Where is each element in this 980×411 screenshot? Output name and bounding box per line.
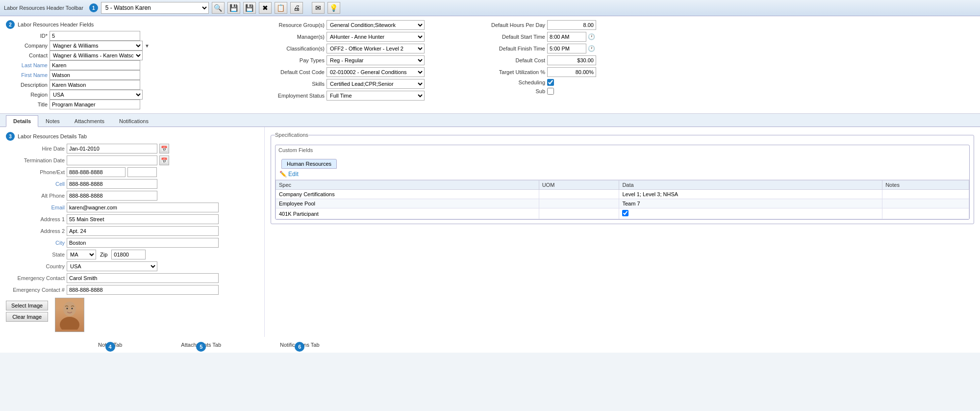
email-label: Email [6,205,65,210]
delete-button[interactable]: ✖ [259,2,272,14]
spec-cell: Employee Pool [276,199,539,208]
notes-cell [882,208,969,219]
target-util-input[interactable] [547,67,596,77]
save2-button[interactable]: 💾 [243,2,256,14]
select-image-button[interactable]: Select Image [6,301,48,310]
bottom-annotations: 4 Notes Tab 5 Attachments Tab 6 Notifica… [0,337,980,353]
classifications-select[interactable]: OFF2 - Office Worker - Level 2 [327,44,425,53]
emergency-contact-input[interactable] [67,273,219,283]
default-hours-label: Default Hours Per Day [477,22,545,28]
scheduling-label: Scheduling [477,79,545,85]
edit-button[interactable]: ✏️ Edit [279,171,299,178]
notes-cell [882,190,969,199]
scheduling-checkbox[interactable] [547,79,554,86]
details-right-panel: Specifications Custom Fields Human Resou… [265,127,980,337]
email-button[interactable]: ✉ [312,2,325,14]
hire-date-input[interactable] [67,144,157,154]
resource-group-select[interactable]: General Condition;Sitework [327,20,425,30]
copy-button[interactable]: 📋 [275,2,287,14]
record-selector[interactable]: 5 - Watson Karen [101,2,209,14]
data-cell: Level 1; Level 3; NHSA [619,190,882,199]
notes-tab-annotation: 4 Notes Tab [98,342,122,348]
state-select[interactable]: MA [67,250,96,259]
human-resources-tab[interactable]: Human Resources [281,159,337,169]
notes-col-header: Notes [882,180,969,190]
tab-notifications[interactable]: Notifications [112,115,156,127]
uom-cell [539,208,619,219]
email-input[interactable] [67,203,219,212]
attachments-tab-badge: 5 [196,342,206,352]
employment-status-select[interactable]: Full Time [327,91,425,101]
labor-resources-header-fields: 2 Labor Resources Header Fields ID* Comp… [0,16,980,114]
edit-row: ✏️ Edit [276,169,969,180]
attachments-tab-annotation: 5 Attachments Tab [181,342,221,348]
emergency-contact-num-label: Emergency Contact # [6,287,65,293]
labor-resources-header-toolbar: Labor Resources Header Toolbar 1 5 - Wat… [0,0,980,16]
managers-label: Manager(s) [261,34,325,40]
default-finish-input[interactable] [547,44,586,53]
finish-time-clock-icon[interactable]: 🕐 [587,45,595,52]
default-cost-input[interactable] [547,55,596,65]
tab-notes[interactable]: Notes [38,115,67,127]
first-name-input[interactable] [50,70,140,80]
country-select[interactable]: USA [67,261,157,271]
alt-phone-input[interactable] [67,191,157,201]
address1-input[interactable] [67,214,219,224]
header-fields-label: Labor Resources Header Fields [18,22,94,27]
phone-input[interactable] [67,167,126,177]
title-input[interactable] [50,100,140,109]
contact-select[interactable]: Wagner & Williams - Karen Watson [50,51,143,60]
pay-types-select[interactable]: Reg - Regular [327,55,425,65]
details-badge: 3 [6,132,15,141]
city-label: City [6,240,65,246]
sub-checkbox[interactable] [547,88,554,95]
default-start-input[interactable] [547,32,586,42]
bulb-button[interactable]: 💡 [327,2,340,14]
zip-input[interactable] [111,250,146,259]
default-cost-code-label: Default Cost Code [261,69,325,75]
tab-details[interactable]: Details [6,115,38,127]
cell-label: Cell [6,181,65,187]
cell-input[interactable] [67,179,157,189]
hire-date-calendar-icon[interactable]: 📅 [159,144,169,154]
save-button[interactable]: 💾 [227,2,240,14]
hire-date-label: Hire Date [6,146,65,152]
pencil-icon: ✏️ [279,171,287,178]
termination-date-calendar-icon[interactable]: 📅 [159,155,169,165]
specifications-title: Specifications [275,132,308,138]
managers-select[interactable]: AHunter - Anne Hunter [327,32,425,42]
id-input[interactable] [50,31,140,41]
id-label: ID* [6,33,48,39]
start-time-clock-icon[interactable]: 🕐 [587,33,595,41]
tabs-bar: Details Notes Attachments Notifications [0,114,980,127]
default-hours-input[interactable] [547,20,596,30]
description-input[interactable] [50,80,140,90]
custom-fields-table: Spec UOM Data Notes Company Certificatio… [276,180,969,219]
person-silhouette-icon [57,300,82,330]
company-select[interactable]: Wagner & Williams [50,41,143,51]
clear-image-button[interactable]: Clear Image [6,312,48,322]
uom-cell [539,190,619,199]
uom-col-header: UOM [539,180,619,190]
tab-attachments[interactable]: Attachments [67,115,112,127]
region-select[interactable]: USA [50,90,143,100]
default-cost-code-select[interactable]: 02-010002 - General Conditions [327,67,425,77]
table-row: Company CertificationsLevel 1; Level 3; … [276,190,969,199]
notifications-tab-badge: 6 [295,342,304,352]
svg-point-2 [67,308,68,309]
address2-input[interactable] [67,226,219,236]
company-label: Company [6,43,48,49]
svg-point-3 [72,308,73,309]
city-input[interactable] [67,238,219,248]
zip-label: Zip [100,252,107,257]
last-name-input[interactable] [50,60,140,70]
alt-phone-label: Alt Phone [6,193,65,199]
termination-date-input[interactable] [67,155,157,165]
ext-input[interactable] [127,167,157,177]
emergency-contact-num-input[interactable] [67,285,219,295]
data-cell [619,208,882,219]
401k-checkbox[interactable] [622,210,628,216]
skills-select[interactable]: Certified Lead;CPR;Senior [327,79,425,89]
print-button[interactable]: 🖨 [290,2,303,14]
search-button[interactable]: 🔍 [212,2,225,14]
